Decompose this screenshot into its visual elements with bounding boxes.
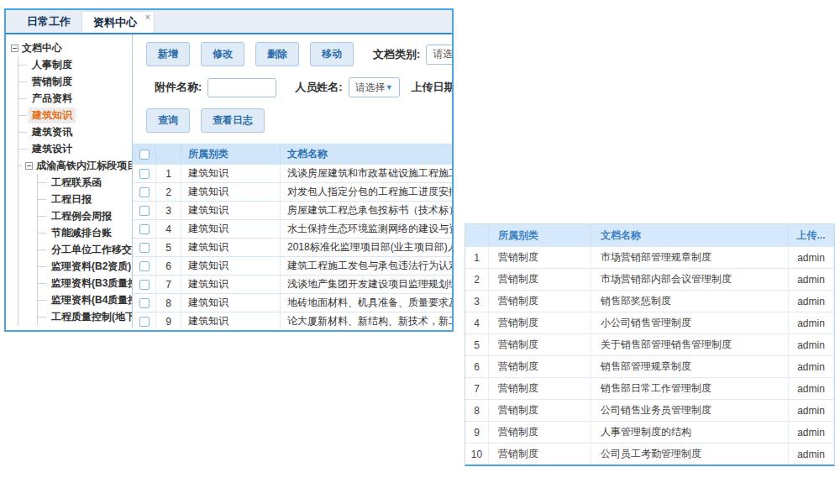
tree-item-energy-ledger[interactable]: 节能减排台账 (38, 224, 132, 241)
header-category: 所属别类 (489, 224, 591, 246)
tree-item-product-data[interactable]: 产品资料 (18, 90, 132, 107)
select-all-checkbox[interactable] (139, 150, 150, 160)
tree-item-hr-policy[interactable]: 人事制度 (18, 56, 132, 73)
tree-item-supervision-b4[interactable]: 监理资料(B4质量控制) (38, 291, 132, 308)
person-name-label: 人员姓名: (295, 80, 342, 95)
table-row[interactable]: 2 营销制度 市场营销部内部会议管理制度 admin (465, 268, 834, 290)
tab-bar: 日常工作 资料中心 × (6, 10, 452, 34)
tab-data-center[interactable]: 资料中心 × (81, 11, 155, 33)
table-row[interactable]: 4 营销制度 小公司销售管理制度 admin (465, 312, 834, 333)
header-doc-name: 文档名称 (591, 224, 789, 246)
marketing-documents-table: 所属别类 文档名称 上传... 1 营销制度 市场营销部管理规章制度 admin… (465, 223, 835, 466)
table-row[interactable]: 8 营销制度 公司销售业务员管理制度 admin (465, 399, 834, 421)
tab-data-center-label: 资料中心 (93, 16, 137, 29)
table-row[interactable]: 4 建筑知识 水土保持生态环境监测网络的建设与资... (133, 219, 452, 238)
row-checkbox[interactable] (139, 280, 150, 290)
table-row[interactable]: 9 营销制度 人事管理制度的结构 admin (465, 421, 834, 443)
main-pane: 新增 修改 删除 移动 文档类别: 请选择 ▼ 文档 附件名称: 人员姓名: 请… (133, 34, 452, 328)
filter-row: 附件名称: 人员姓名: 请选择 ▼ 上传日期 (146, 77, 452, 97)
collapse-icon[interactable] (11, 45, 18, 52)
tree-node-project[interactable]: 成渝高铁内江标段项目 (18, 157, 132, 174)
tree-item-project-letters[interactable]: 工程联系函 (38, 174, 132, 191)
header-index (465, 224, 489, 246)
row-checkbox[interactable] (139, 317, 150, 327)
document-center-window: 日常工作 资料中心 × 文档中心 人事制度 营销制度 产品资料 (4, 8, 454, 332)
person-name-value: 请选择 (355, 81, 386, 95)
tree-item-project-weekly-meeting[interactable]: 工程例会周报 (38, 207, 132, 224)
add-button[interactable]: 新增 (146, 42, 190, 66)
upload-date-label: 上传日期 (412, 80, 452, 95)
attachment-name-label: 附件名称: (155, 80, 202, 95)
attachment-name-input[interactable] (207, 78, 276, 97)
tree-item-construction-design[interactable]: 建筑设计 (18, 140, 132, 157)
table-row[interactable]: 3 营销制度 销售部奖惩制度 admin (465, 290, 834, 312)
table-header: 所属别类 文档名称 上传... (465, 224, 834, 246)
table-row[interactable]: 2 建筑知识 对发包人指定分包的工程施工进度安排... (133, 182, 452, 201)
table-header: 所属别类 文档名称 (133, 144, 452, 164)
query-button[interactable]: 查询 (146, 108, 190, 133)
header-doc-name: 文档名称 (281, 144, 452, 164)
table-row[interactable]: 8 建筑知识 地砖地面材料、机具准备、质量要求及... (133, 293, 452, 312)
tree-item-supervision-b2[interactable]: 监理资料(B2资质) (38, 258, 132, 275)
table-row[interactable]: 6 营销制度 销售部管理规章制度 admin (465, 355, 834, 377)
doc-category-label: 文档类别: (373, 47, 420, 62)
table-row[interactable]: 5 建筑知识 2018标准化监理项目部(业主项目部)人员... (133, 238, 452, 256)
table-row[interactable]: 9 建筑知识 论大厦新材料、新结构、新技术，新工... (133, 312, 452, 328)
table-row[interactable]: 1 营销制度 市场营销部管理规章制度 admin (465, 246, 834, 268)
edit-button[interactable]: 修改 (201, 42, 244, 66)
row-checkbox[interactable] (139, 298, 150, 308)
row-checkbox[interactable] (139, 243, 150, 253)
tree-item-construction-knowledge[interactable]: 建筑知识 (18, 107, 132, 123)
table-row[interactable]: 1 建筑知识 浅谈房屋建筑和市政基础设施工程施工... (133, 164, 452, 182)
row-checkbox[interactable] (139, 206, 150, 216)
table-row[interactable]: 6 建筑知识 建筑工程施工发包与承包违法行为认定... (133, 256, 452, 275)
tree-item-supervision-b3[interactable]: 监理资料(B3质量控制) (38, 275, 132, 291)
doc-category-select[interactable]: 请选择 ▼ (426, 45, 452, 65)
row-checkbox[interactable] (139, 169, 150, 179)
tree-item-marketing-policy[interactable]: 营销制度 (18, 73, 132, 90)
table-row[interactable]: 10 营销制度 公司员工考勤管理制度 admin (465, 443, 834, 465)
table-row[interactable]: 5 营销制度 关于销售部管理销售管理制度 admin (465, 333, 834, 355)
table-row[interactable]: 7 建筑知识 浅谈地产集团开发建设项目监理规划编... (133, 275, 452, 293)
header-index (156, 144, 181, 164)
tree-root-label: 文档中心 (22, 41, 62, 55)
table-row[interactable]: 7 营销制度 销售部日常工作管理制度 admin (465, 377, 834, 399)
table-row[interactable]: 3 建筑知识 房屋建筑工程总承包投标书（技术标）... (133, 201, 452, 219)
tree-item-project-daily-report[interactable]: 工程日报 (38, 191, 132, 207)
toolbar-row: 新增 修改 删除 移动 文档类别: 请选择 ▼ 文档 (146, 42, 452, 66)
tree-item-construction-news[interactable]: 建筑资讯 (18, 123, 132, 140)
tree-node-document-center[interactable]: 文档中心 (11, 39, 132, 56)
person-name-select[interactable]: 请选择 ▼ (349, 77, 400, 97)
move-button[interactable]: 移动 (310, 42, 354, 66)
close-icon[interactable]: × (145, 12, 150, 22)
header-uploader: 上传... (789, 224, 834, 246)
tree-item-work-transfer[interactable]: 分工单位工作移交 (38, 241, 132, 258)
collapse-icon[interactable] (25, 162, 33, 170)
tab-daily-work-label: 日常工作 (27, 15, 71, 28)
header-category: 所属别类 (181, 144, 281, 164)
view-log-button[interactable]: 查看日志 (201, 108, 265, 133)
tab-daily-work[interactable]: 日常工作 (16, 11, 81, 33)
document-tree: 文档中心 人事制度 营销制度 产品资料 建筑知识 建筑资讯 (6, 34, 133, 328)
doc-category-value: 请选择 (433, 47, 452, 61)
documents-table: 所属别类 文档名称 1 建筑知识 浅谈房屋建筑和市政基础设施工程施工... 2 … (133, 144, 452, 328)
chevron-down-icon: ▼ (386, 83, 393, 92)
action-row: 查询 查看日志 (146, 108, 452, 133)
tree-item-quality-basement[interactable]: 工程质量控制(地下室) (38, 308, 132, 325)
row-checkbox[interactable] (139, 224, 150, 234)
row-checkbox[interactable] (139, 187, 150, 197)
row-checkbox[interactable] (139, 261, 150, 271)
delete-button[interactable]: 删除 (255, 42, 299, 66)
